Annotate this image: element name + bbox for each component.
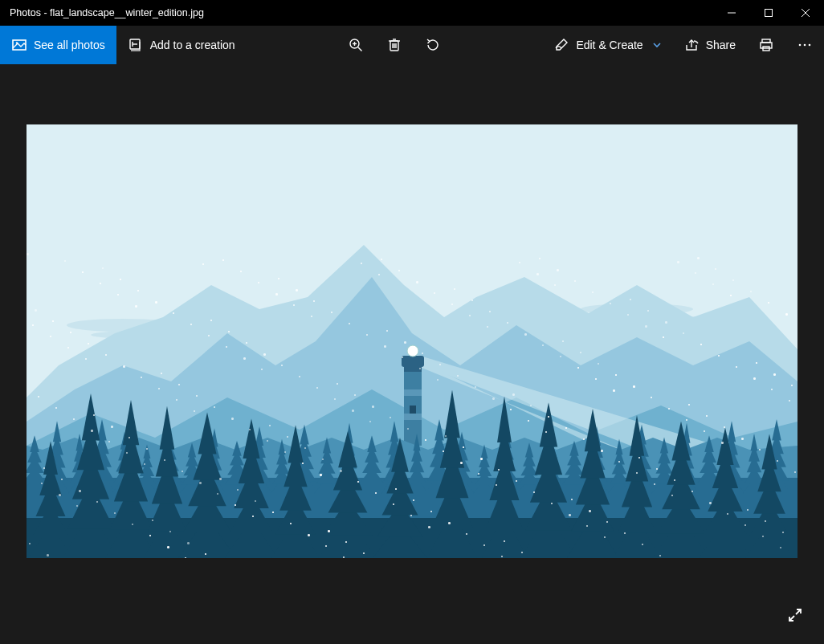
- more-button[interactable]: [785, 26, 824, 64]
- add-to-creation-label: Add to a creation: [150, 39, 235, 51]
- zoom-button[interactable]: [337, 26, 375, 64]
- print-icon: [758, 37, 774, 53]
- chevron-down-icon: [653, 39, 661, 51]
- title-bar: Photos - flat_landscape__winter_edition.…: [0, 0, 824, 26]
- add-to-creation-button[interactable]: Add to a creation: [116, 26, 247, 64]
- svg-line-304: [789, 616, 794, 621]
- edit-icon: [553, 37, 569, 53]
- see-all-photos-label: See all photos: [34, 39, 105, 51]
- svg-rect-21: [761, 43, 772, 48]
- window-minimize-button[interactable]: [713, 0, 750, 26]
- fullscreen-button[interactable]: [781, 601, 810, 630]
- window-close-button[interactable]: [787, 0, 824, 26]
- window-title: Photos - flat_landscape__winter_edition.…: [0, 7, 713, 18]
- svg-point-23: [799, 44, 802, 47]
- svg-point-42: [407, 345, 418, 357]
- svg-line-303: [796, 609, 801, 614]
- svg-rect-40: [404, 414, 422, 420]
- svg-rect-41: [402, 356, 424, 367]
- fullscreen-icon: [787, 607, 803, 623]
- edit-and-create-button[interactable]: Edit & Create: [542, 26, 671, 64]
- share-label: Share: [706, 39, 736, 51]
- svg-rect-39: [404, 389, 422, 396]
- zoom-in-icon: [348, 37, 364, 53]
- svg-point-24: [804, 44, 806, 47]
- trash-icon: [386, 37, 402, 53]
- rotate-button[interactable]: [414, 26, 452, 64]
- window-maximize-button[interactable]: [750, 0, 787, 26]
- landscape-illustration: [27, 124, 797, 558]
- svg-line-10: [358, 47, 362, 51]
- toolbar: See all photos Add to a creation Edit & …: [0, 26, 824, 64]
- delete-button[interactable]: [375, 26, 414, 64]
- print-button[interactable]: [747, 26, 785, 64]
- share-icon: [683, 37, 700, 53]
- displayed-image[interactable]: [27, 124, 797, 558]
- edit-and-create-label: Edit & Create: [576, 39, 642, 51]
- image-viewer: [0, 64, 824, 644]
- toolbar-spacer: [247, 26, 337, 64]
- svg-rect-1: [765, 10, 773, 17]
- svg-point-25: [809, 44, 811, 47]
- rotate-icon: [425, 37, 441, 53]
- share-button[interactable]: Share: [672, 26, 747, 64]
- add-to-creation-icon: [128, 37, 144, 53]
- svg-point-5: [16, 42, 18, 43]
- ellipsis-icon: [797, 37, 813, 53]
- toolbar-spacer-2: [452, 26, 542, 64]
- photos-icon: [11, 37, 27, 53]
- see-all-photos-button[interactable]: See all photos: [0, 26, 116, 64]
- svg-rect-43: [410, 406, 416, 414]
